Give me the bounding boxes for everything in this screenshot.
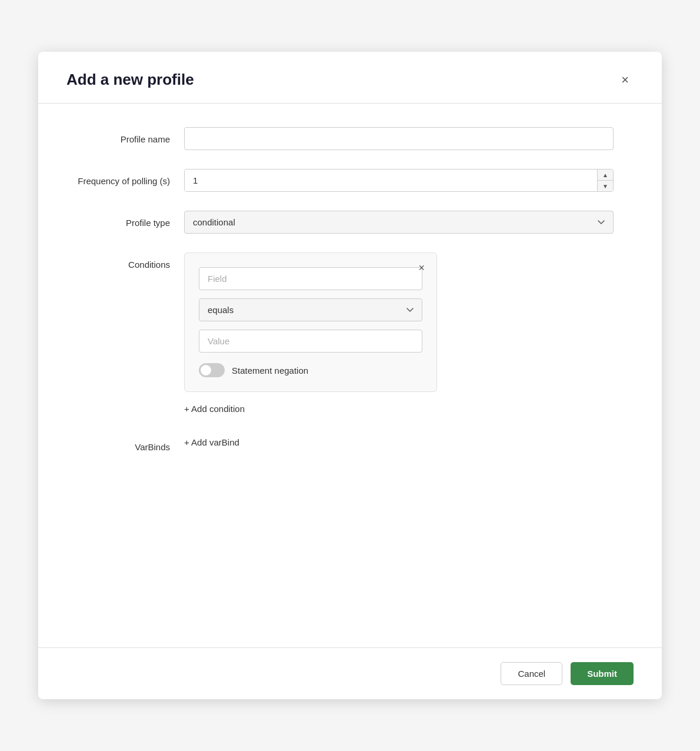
- conditions-label: Conditions: [66, 252, 184, 271]
- add-condition-button[interactable]: + Add condition: [184, 401, 245, 416]
- conditions-row: Conditions × equals not equals contains …: [66, 252, 634, 416]
- cancel-button[interactable]: Cancel: [501, 662, 562, 685]
- profile-type-row: Profile type conditional base smart: [66, 211, 634, 234]
- submit-button[interactable]: Submit: [571, 662, 634, 685]
- negation-label: Statement negation: [232, 365, 308, 376]
- condition-field-input[interactable]: [199, 267, 422, 290]
- add-varbind-button[interactable]: + Add varBind: [184, 435, 239, 450]
- conditions-close-button[interactable]: ×: [415, 261, 428, 274]
- profile-name-label: Profile name: [66, 127, 184, 145]
- toggle-slider: [199, 363, 225, 377]
- condition-operator-select[interactable]: equals not equals contains greater than …: [199, 298, 422, 321]
- modal-close-button[interactable]: ×: [616, 71, 634, 89]
- modal-title: Add a new profile: [66, 71, 194, 89]
- negation-toggle[interactable]: [199, 363, 225, 377]
- modal-footer: Cancel Submit: [38, 647, 662, 699]
- frequency-row: Frequency of polling (s) ▲ ▼: [66, 169, 634, 192]
- negation-row: Statement negation: [199, 363, 422, 377]
- frequency-spinner: ▲ ▼: [184, 169, 614, 192]
- add-varbind-label: + Add varBind: [184, 437, 239, 447]
- profile-name-wrap: [184, 127, 614, 150]
- conditions-wrap: × equals not equals contains greater tha…: [184, 252, 614, 416]
- add-condition-label: + Add condition: [184, 404, 245, 414]
- varbinds-wrap: + Add varBind: [184, 435, 614, 450]
- condition-value-input[interactable]: [199, 330, 422, 353]
- varbinds-label: VarBinds: [66, 435, 184, 453]
- profile-type-select[interactable]: conditional base smart: [184, 211, 614, 234]
- frequency-wrap: ▲ ▼: [184, 169, 614, 192]
- frequency-input[interactable]: [185, 170, 597, 191]
- profile-type-label: Profile type: [66, 211, 184, 229]
- profile-name-row: Profile name: [66, 127, 634, 150]
- profile-type-wrap: conditional base smart: [184, 211, 614, 234]
- add-profile-modal: Add a new profile × Profile name Frequen…: [38, 52, 662, 699]
- frequency-label: Frequency of polling (s): [66, 169, 184, 187]
- spinner-down-button[interactable]: ▼: [598, 181, 613, 191]
- spinner-up-button[interactable]: ▲: [598, 170, 613, 181]
- conditions-box: × equals not equals contains greater tha…: [184, 252, 437, 392]
- spinner-buttons: ▲ ▼: [597, 170, 613, 191]
- varbinds-row: VarBinds + Add varBind: [66, 435, 634, 453]
- modal-header: Add a new profile ×: [38, 52, 662, 104]
- modal-body: Profile name Frequency of polling (s) ▲ …: [38, 104, 662, 647]
- profile-name-input[interactable]: [184, 127, 614, 150]
